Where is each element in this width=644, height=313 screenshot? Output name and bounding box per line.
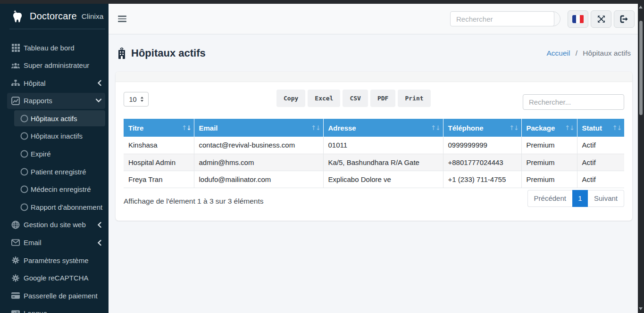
logout-icon (620, 15, 629, 23)
pdf-button[interactable]: PDF (370, 90, 395, 107)
content: Hôpitaux actifs Accueil / Hôpitaux actif… (109, 34, 638, 221)
card-header (116, 72, 632, 82)
logout-button[interactable] (614, 10, 635, 28)
language-flag-button[interactable] (568, 10, 588, 28)
chevron-down-icon (96, 99, 101, 103)
sidebar-item-label: Hôpitaux inactifs (31, 132, 83, 140)
breadcrumb: Accueil / Hôpitaux actifs (546, 49, 631, 58)
sidebar-item-email[interactable]: Email (7, 235, 105, 251)
sidebar-item-parametres[interactable]: Paramètres système (7, 252, 105, 268)
browser-scrollbar[interactable] (638, 0, 644, 313)
sidebar-item-dashboard[interactable]: Tableau de bord (7, 40, 105, 56)
topbar-search-input[interactable] (450, 11, 554, 26)
breadcrumb-home-link[interactable]: Accueil (546, 49, 570, 57)
sidebar-subitem-hopitaux-inactifs[interactable]: Hôpitaux inactifs (14, 128, 105, 144)
language-icon: A (11, 310, 20, 313)
sitemap-icon (11, 79, 20, 87)
main-area: Hôpitaux actifs Accueil / Hôpitaux actif… (109, 4, 638, 313)
gear-icon (11, 256, 20, 264)
sidebar-nav: Tableau de bord Super administrateur Hôp… (0, 40, 109, 313)
circle-icon (20, 203, 28, 211)
sort-icon: ↑↓ (509, 124, 519, 132)
circle-icon (20, 185, 28, 193)
table-card: 10 Copy Excel CSV PDF Print (116, 72, 632, 221)
topbar-search (450, 11, 560, 26)
sidebar-item-label: Patient enregistré (31, 168, 86, 176)
csv-button[interactable]: CSV (343, 90, 368, 107)
sidebar-item-label: Hôpital (24, 79, 46, 87)
envelope-icon (11, 239, 20, 246)
sidebar-subitem-hopitaux-actifs[interactable]: Hôpitaux actifs (14, 110, 105, 126)
sidebar-subitem-medecin-enregistre[interactable]: Médecin enregistré (14, 181, 105, 198)
gear-icon (11, 274, 20, 282)
sidebar-item-super-admin[interactable]: Super administrateur (7, 58, 105, 74)
table-search-input[interactable] (523, 94, 624, 110)
column-header-email[interactable]: Email↑↓ (194, 119, 323, 137)
hospital-icon (117, 48, 126, 59)
table-row: Hospital Adminadmin@hms.comKa/5, Bashund… (124, 154, 624, 171)
sidebar-item-label: Tableau de bord (24, 44, 75, 52)
sort-icon: ↑↓ (431, 124, 440, 132)
fullscreen-icon (597, 15, 606, 24)
column-header-telephone[interactable]: Téléphone↑↓ (443, 119, 521, 137)
scroll-down-arrow[interactable] (639, 307, 643, 310)
tooth-logo-icon (11, 9, 25, 24)
sidebar-subitem-patient-enregistre[interactable]: Patient enregistré (14, 164, 105, 180)
print-button[interactable]: Print (398, 90, 430, 107)
sidebar-item-recaptcha[interactable]: Google reCAPTCHA (7, 270, 105, 286)
menu-toggle-button[interactable] (118, 16, 126, 22)
brand-suffix: Clinixa (82, 12, 104, 21)
svg-text:A: A (13, 311, 17, 313)
export-buttons: Copy Excel CSV PDF Print (276, 90, 431, 107)
pagination-page-1[interactable]: 1 (572, 190, 588, 207)
sidebar-subitem-rapport-abonnement[interactable]: Rapport d'abonnement (14, 199, 105, 215)
sidebar-item-label: Paramètres système (24, 256, 89, 264)
brand[interactable]: Doctorcare Clinixa (0, 4, 109, 29)
sidebar-item-label: Expiré (31, 150, 51, 158)
copy-button[interactable]: Copy (276, 90, 305, 107)
brand-name: Doctorcare (30, 11, 77, 22)
scroll-thumb[interactable] (639, 21, 643, 115)
column-header-titre[interactable]: Titre↑↓ (124, 119, 194, 137)
pagination-previous[interactable]: Précédent (527, 190, 572, 207)
sidebar-item-label: Langue (24, 309, 47, 313)
scroll-up-arrow[interactable] (639, 6, 643, 8)
sidebar-item-label: Rapports (24, 97, 52, 105)
sidebar-item-hopital[interactable]: Hôpital (7, 75, 105, 91)
sidebar-item-label: Gestion du site web (24, 221, 86, 229)
pagination-next[interactable]: Suivant (588, 190, 624, 207)
sidebar-item-passerelle[interactable]: Passerelle de paiement (7, 288, 105, 304)
sidebar-item-label: Hôpitaux actifs (31, 115, 77, 123)
table-row: Kinshasacontact@revival-business.com0101… (124, 137, 624, 154)
page-size-select[interactable]: 10 (124, 92, 149, 107)
hospitals-table: Titre↑↓ Email↑↓ Adresse↑↓ Téléphone↑↓ Pa… (124, 119, 624, 188)
french-flag-icon (572, 15, 584, 23)
sidebar-item-gestion-site[interactable]: Gestion du site web (7, 217, 105, 233)
sidebar-item-rapports[interactable]: Rapports (7, 93, 105, 109)
sort-icon: ↑↓ (565, 124, 574, 132)
app-window: Doctorcare Clinixa Tableau de bord Super… (0, 0, 644, 313)
circle-icon (20, 115, 28, 123)
globe-icon (11, 221, 20, 229)
circle-icon (20, 132, 28, 140)
users-icon (11, 62, 20, 69)
sidebar-item-langue[interactable]: A Langue (7, 305, 105, 313)
column-header-statut[interactable]: Statut↑↓ (577, 119, 624, 137)
sidebar-item-label: Email (24, 239, 42, 247)
fullscreen-button[interactable] (591, 10, 611, 28)
chart-icon (11, 97, 20, 105)
circle-icon (20, 168, 28, 176)
sidebar-subitem-expire[interactable]: Expiré (14, 146, 105, 162)
column-header-package[interactable]: Package↑↓ (521, 119, 577, 137)
chevron-left-icon (97, 240, 101, 246)
table-row: Freya Tranlodufo@mailinator.comExplicabo… (124, 171, 624, 188)
grid-icon (11, 44, 20, 52)
column-header-adresse[interactable]: Adresse↑↓ (323, 119, 443, 137)
sidebar: Doctorcare Clinixa Tableau de bord Super… (0, 4, 109, 313)
top-navbar (109, 4, 638, 34)
breadcrumb-current: Hôpitaux actifs (583, 49, 631, 57)
select-arrows-icon (141, 97, 143, 101)
sidebar-item-label: Super administrateur (24, 61, 89, 69)
excel-button[interactable]: Excel (308, 90, 340, 107)
sort-icon: ↑↓ (182, 124, 191, 132)
